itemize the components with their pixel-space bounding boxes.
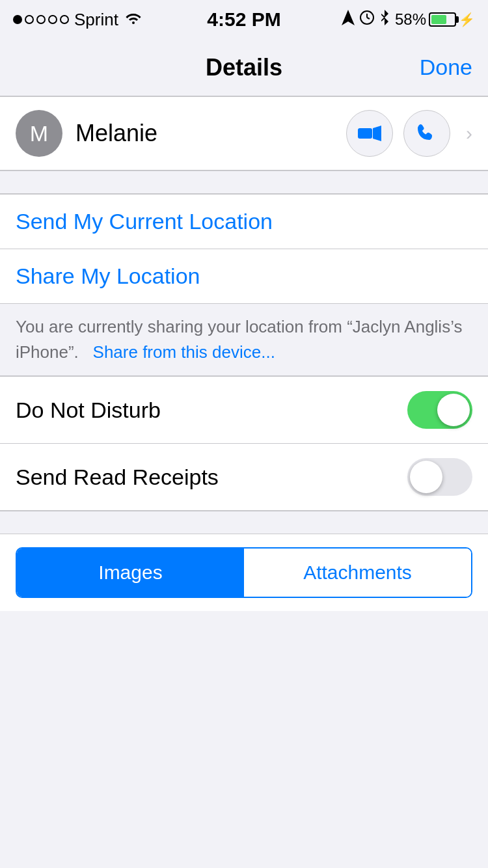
- do-not-disturb-toggle[interactable]: [407, 391, 472, 429]
- do-not-disturb-toggle-thumb: [437, 394, 470, 426]
- do-not-disturb-label: Do Not Disturb: [16, 398, 161, 423]
- svg-marker-0: [342, 10, 355, 25]
- send-read-receipts-toggle[interactable]: [407, 458, 472, 496]
- wifi-icon: [124, 10, 143, 30]
- signal-dot-4: [48, 15, 57, 24]
- send-read-receipts-row: Send Read Receipts: [0, 444, 488, 511]
- carrier-label: Sprint: [74, 10, 118, 30]
- segmented-section: Images Attachments: [0, 534, 488, 611]
- battery-icon: [429, 12, 456, 27]
- attachments-tab[interactable]: Attachments: [244, 549, 471, 597]
- signal-dots: [13, 15, 69, 24]
- battery-fill: [431, 15, 446, 24]
- send-current-location-button[interactable]: Send My Current Location: [0, 195, 488, 249]
- status-time: 4:52 PM: [207, 8, 280, 31]
- battery-container: 58% ⚡: [395, 10, 475, 29]
- signal-dot-2: [25, 15, 34, 24]
- status-bar: Sprint 4:52 PM 58% ⚡: [0, 0, 488, 39]
- location-section: Send My Current Location Share My Locati…: [0, 194, 488, 304]
- phone-icon: [416, 123, 437, 144]
- battery-percent: 58%: [395, 10, 426, 29]
- signal-dot-1: [13, 15, 22, 24]
- status-right: 58% ⚡: [342, 10, 475, 29]
- svg-rect-4: [358, 128, 372, 139]
- contact-name: Melanie: [75, 120, 346, 147]
- contact-section: M Melanie ›: [0, 96, 488, 170]
- share-my-location-button[interactable]: Share My Location: [0, 249, 488, 304]
- charging-icon: ⚡: [459, 12, 475, 27]
- do-not-disturb-row: Do Not Disturb: [0, 377, 488, 444]
- info-section: You are currently sharing your location …: [0, 304, 488, 376]
- svg-marker-5: [373, 126, 381, 141]
- done-button[interactable]: Done: [420, 55, 472, 80]
- clock-icon: [360, 10, 374, 29]
- segmented-control: Images Attachments: [16, 547, 472, 598]
- signal-dot-3: [36, 15, 46, 24]
- svg-line-3: [367, 18, 370, 19]
- signal-dot-5: [60, 15, 69, 24]
- share-from-device-link[interactable]: Share from this device...: [93, 342, 275, 362]
- send-read-receipts-label: Send Read Receipts: [16, 465, 219, 490]
- video-call-button[interactable]: [346, 110, 393, 157]
- nav-title: Details: [206, 54, 282, 81]
- video-icon: [358, 126, 381, 141]
- phone-call-button[interactable]: [403, 110, 450, 157]
- toggle-section: Do Not Disturb Send Read Receipts: [0, 376, 488, 511]
- contact-actions: ›: [346, 110, 472, 157]
- send-read-receipts-toggle-thumb: [410, 461, 442, 493]
- location-icon: [342, 10, 355, 29]
- nav-bar: Details Done: [0, 39, 488, 96]
- images-tab[interactable]: Images: [17, 549, 244, 597]
- avatar: M: [16, 110, 62, 157]
- chevron-right-icon: ›: [466, 122, 472, 144]
- status-left: Sprint: [13, 10, 143, 30]
- bluetooth-icon: [379, 10, 390, 29]
- spacer-2: [0, 511, 488, 534]
- spacer-1: [0, 170, 488, 194]
